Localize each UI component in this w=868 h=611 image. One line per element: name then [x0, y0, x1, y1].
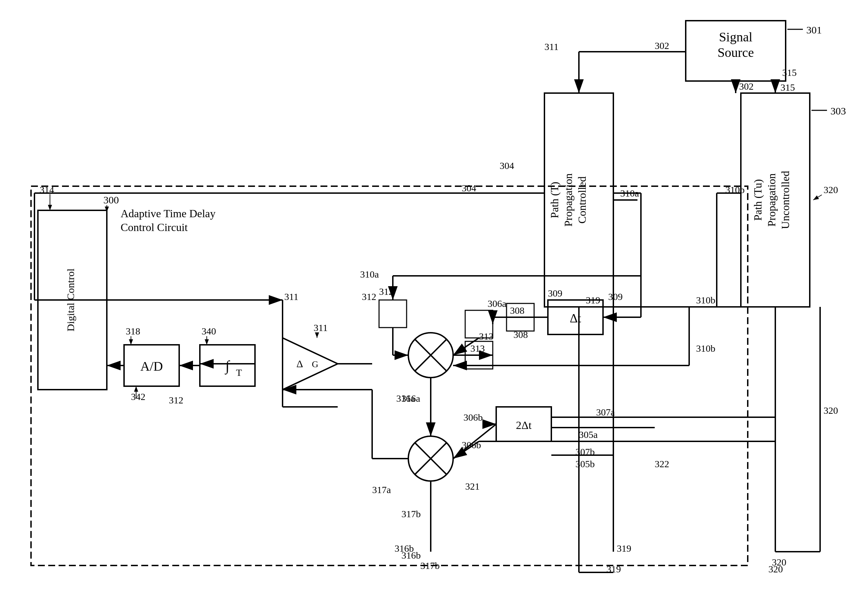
svg-text:312: 312	[362, 291, 376, 302]
svg-text:Source: Source	[718, 45, 754, 60]
svg-text:312: 312	[379, 286, 394, 297]
svg-text:316b: 316b	[395, 543, 414, 554]
svg-text:Uncontrolled: Uncontrolled	[779, 171, 792, 229]
svg-text:317b: 317b	[420, 560, 440, 571]
svg-text:310b: 310b	[696, 343, 715, 354]
svg-text:304: 304	[462, 183, 476, 193]
svg-text:∫: ∫	[224, 358, 230, 375]
svg-text:320: 320	[769, 564, 783, 574]
svg-text:303: 303	[831, 105, 846, 117]
svg-text:322: 322	[655, 459, 669, 469]
svg-text:316a: 316a	[396, 393, 415, 404]
svg-text:T: T	[236, 367, 242, 378]
svg-marker-25	[282, 338, 338, 390]
svg-text:315: 315	[780, 82, 795, 93]
svg-text:302: 302	[739, 81, 753, 92]
svg-text:Controlled: Controlled	[576, 177, 588, 224]
svg-rect-40	[379, 300, 407, 328]
svg-text:301: 301	[806, 24, 822, 36]
svg-text:Propagation: Propagation	[765, 173, 778, 227]
svg-text:300: 300	[103, 194, 119, 205]
svg-text:315: 315	[782, 67, 797, 78]
svg-text:306b: 306b	[463, 412, 483, 423]
svg-text:G: G	[312, 359, 318, 369]
svg-text:319: 319	[586, 295, 600, 306]
svg-text:314: 314	[40, 185, 54, 195]
svg-text:306a: 306a	[488, 298, 507, 309]
svg-text:311: 311	[284, 291, 298, 302]
svg-text:Propagation: Propagation	[562, 173, 574, 227]
svg-text:313: 313	[479, 331, 493, 342]
svg-text:310b: 310b	[696, 295, 715, 306]
svg-text:308: 308	[510, 305, 524, 316]
svg-line-142	[813, 195, 822, 200]
svg-text:309: 309	[608, 291, 623, 302]
svg-text:321: 321	[465, 481, 480, 492]
circuit-diagram: Signal Source 301 Controlled Propagation…	[0, 0, 868, 611]
svg-text:319: 319	[617, 543, 631, 554]
svg-text:305a: 305a	[579, 429, 598, 440]
svg-text:320: 320	[823, 185, 838, 195]
svg-text:312: 312	[169, 395, 183, 406]
svg-text:320: 320	[823, 405, 838, 416]
svg-text:Path (Tu): Path (Tu)	[752, 179, 764, 221]
diagram-container: Signal Source 301 Controlled Propagation…	[0, 0, 868, 611]
svg-text:A/D: A/D	[140, 359, 163, 373]
svg-text:340: 340	[202, 326, 216, 337]
svg-text:Δ: Δ	[296, 358, 303, 369]
svg-text:Signal: Signal	[719, 30, 752, 44]
svg-text:Adaptive Time Delay: Adaptive Time Delay	[121, 207, 216, 220]
svg-text:310a: 310a	[360, 269, 379, 280]
svg-text:308: 308	[513, 329, 528, 340]
svg-text:317a: 317a	[372, 485, 391, 495]
svg-text:307a: 307a	[596, 407, 615, 418]
svg-text:313: 313	[470, 343, 485, 354]
svg-text:311: 311	[313, 322, 328, 333]
svg-text:302: 302	[655, 40, 669, 51]
svg-text:311: 311	[544, 41, 558, 52]
svg-text:342: 342	[131, 391, 146, 402]
svg-text:Control Circuit: Control Circuit	[121, 221, 188, 233]
svg-text:304: 304	[500, 160, 514, 171]
svg-text:309: 309	[548, 288, 563, 299]
svg-text:Path (T): Path (T)	[548, 182, 561, 218]
svg-text:2Δt: 2Δt	[516, 419, 532, 431]
svg-text:317b: 317b	[401, 508, 421, 519]
svg-text:318: 318	[126, 326, 140, 337]
